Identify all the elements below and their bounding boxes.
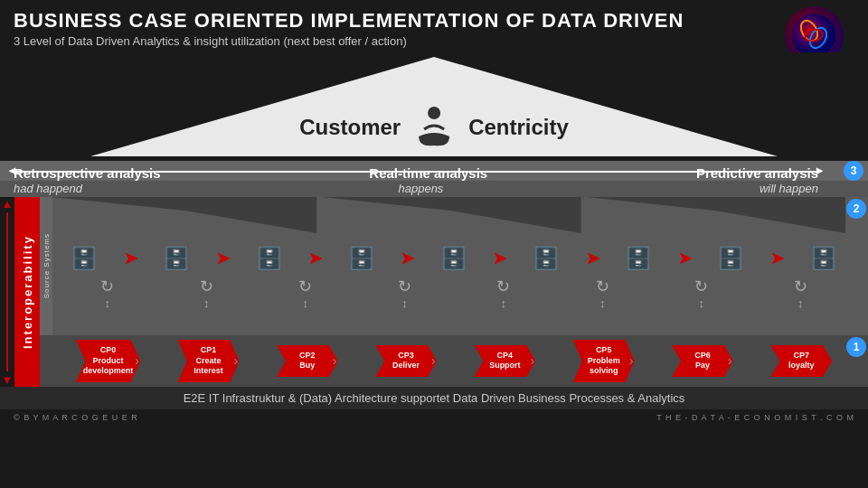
- refresh-arrow-0: ↻↕: [100, 277, 114, 310]
- db-icon-2: 🗄️: [256, 246, 283, 271]
- red-arrow-2: ➤: [308, 249, 322, 268]
- db-icon-8: 🗄️: [810, 246, 837, 271]
- cp-arrow-6: ›: [728, 353, 732, 368]
- source-systems-label: Source Systems: [42, 233, 51, 298]
- cp-item-3: CP3 Deliver›: [375, 345, 436, 377]
- refresh-arrow-5: ↻↕: [596, 277, 609, 310]
- cp-items-container: CP0 Product development›CP1 Create Inter…: [58, 340, 850, 382]
- customer-centricity-area: Customer Centricity: [0, 52, 868, 161]
- cp-box-1: CP1 Create Interest: [178, 340, 240, 382]
- vertical-arrows-row: ↻↕ ↻↕ ↻↕ ↻↕ ↻↕ ↻↕ ↻↕: [40, 275, 868, 312]
- customer-icon: [410, 102, 459, 152]
- cp-arrow-0: ›: [135, 353, 139, 368]
- databases-zone: Source Systems 🗄️ ➤ 🗄️ ➤ 🗄️ ➤ 🗄️ ➤: [40, 197, 868, 335]
- cp-box-4: CP4 Support: [474, 345, 535, 377]
- db-icon-7: 🗄️: [717, 246, 744, 271]
- cp-arrow-1: ›: [234, 353, 239, 368]
- time-labels-bar: had happend happens will happen: [0, 181, 868, 197]
- footer-main-text: E2E IT Infrastruktur & (Data) Architectu…: [184, 391, 685, 405]
- main-content-area: ▲ ▼ Interoperability Source Systems 🗄: [0, 197, 868, 387]
- red-arrow-7: ➤: [770, 249, 784, 268]
- cp-item-2: CP2 Buy›: [277, 345, 337, 377]
- db-icon-0: 🗄️: [71, 246, 98, 271]
- content-column: Source Systems 🗄️ ➤ 🗄️ ➤ 🗄️ ➤ 🗄️ ➤: [40, 197, 868, 387]
- db-icon-4: 🗄️: [440, 246, 467, 271]
- red-arrow-5: ➤: [586, 249, 599, 268]
- footer-main: E2E IT Infrastruktur & (Data) Architectu…: [0, 387, 868, 409]
- cp-item-5: CP5 Problem solving›: [573, 340, 634, 382]
- red-arrow-3: ➤: [401, 249, 414, 268]
- refresh-arrow-1: ↻↕: [200, 277, 213, 310]
- time-center: happens: [398, 182, 443, 195]
- refresh-arrow-4: ↻↕: [496, 277, 510, 310]
- analysis-realtime: Real-time analysis: [369, 165, 487, 181]
- cp-box-0: CP0 Product development: [76, 340, 141, 382]
- time-right: will happen: [760, 182, 818, 195]
- time-left: had happend: [14, 182, 82, 195]
- cp-item-4: CP4 Support›: [474, 345, 534, 377]
- cp-arrow-5: ›: [629, 353, 634, 368]
- refresh-arrow-7: ↻↕: [794, 277, 807, 310]
- interop-arrow-col: ▲ ▼: [0, 197, 14, 387]
- svg-point-0: [792, 14, 835, 57]
- analysis-bar: ◄ ► Retrospective analysis Real-time ana…: [0, 161, 868, 181]
- svg-marker-8: [586, 197, 845, 233]
- analysis-retrospective: Retrospective analysis: [14, 165, 161, 181]
- db-icon-3: 🗄️: [348, 246, 375, 271]
- cp-item-0: CP0 Product development›: [76, 340, 139, 382]
- header: BUSINESS CASE ORIENTED IMPLEMENTATION OF…: [0, 0, 868, 52]
- cp-box-2: CP2 Buy: [277, 345, 338, 377]
- db-icon-1: 🗄️: [163, 246, 190, 271]
- cp-box-3: CP3 Deliver: [375, 345, 437, 377]
- cp-row: CP0 Product development›CP1 Create Inter…: [40, 335, 868, 387]
- db-icon-6: 🗄️: [625, 246, 652, 271]
- footer-right: T H E - D A T A - E C O N O M I S T . C …: [656, 413, 854, 422]
- interop-label: Interoperability: [14, 197, 40, 387]
- customer-centricity-label: Customer Centricity: [299, 102, 569, 152]
- refresh-arrow-3: ↻↕: [398, 277, 411, 310]
- db-triangle-overlays: [52, 197, 845, 233]
- db-icons-row: 🗄️ ➤ 🗄️ ➤ 🗄️ ➤ 🗄️ ➤ 🗄️ ➤ 🗄️ ➤ 🗄️ ➤ 🗄️ ➤ …: [40, 228, 868, 275]
- db-icon-5: 🗄️: [533, 246, 560, 271]
- footer-bottom: © B Y M A R C O G E U E R T H E - D A T …: [0, 409, 868, 426]
- centricity-text: Centricity: [468, 115, 569, 140]
- svg-point-5: [428, 107, 440, 119]
- interop-sidebar: ▲ ▼ Interoperability: [0, 197, 40, 387]
- red-arrow-1: ➤: [216, 249, 230, 268]
- badge-level-2: 2: [846, 199, 866, 219]
- cp-arrow-4: ›: [530, 353, 534, 368]
- customer-text: Customer: [299, 115, 401, 140]
- red-arrow-0: ➤: [124, 249, 137, 268]
- cp-item-6: CP6 Pay›: [672, 345, 732, 377]
- page-title: BUSINESS CASE ORIENTED IMPLEMENTATION OF…: [14, 9, 854, 33]
- analysis-labels: Retrospective analysis Real-time analysi…: [14, 165, 818, 181]
- badge-level-3: 3: [844, 161, 863, 181]
- footer-left: © B Y M A R C O G E U E R: [14, 413, 138, 422]
- badge-level-1: 1: [846, 337, 866, 357]
- svg-marker-6: [52, 197, 316, 233]
- page-subtitle: 3 Level of Data Driven Analytics & insig…: [14, 34, 854, 48]
- red-arrow-6: ➤: [678, 249, 692, 268]
- refresh-arrow-6: ↻↕: [694, 277, 708, 310]
- source-systems-label-col: Source Systems: [40, 197, 52, 335]
- cp-arrow-3: ›: [431, 353, 436, 368]
- cp-box-6: CP6 Pay: [672, 345, 733, 377]
- cp-item-7: CP7 loyalty: [770, 345, 832, 377]
- refresh-arrow-2: ↻↕: [298, 277, 312, 310]
- cp-box-5: CP5 Problem solving: [573, 340, 635, 382]
- red-arrow-4: ➤: [493, 249, 506, 268]
- cp-arrow-2: ›: [333, 353, 337, 368]
- analysis-predictive: Predictive analysis: [696, 165, 818, 181]
- cp-box-7: CP7 loyalty: [770, 345, 832, 377]
- svg-marker-7: [321, 197, 580, 233]
- cp-item-1: CP1 Create Interest›: [178, 340, 239, 382]
